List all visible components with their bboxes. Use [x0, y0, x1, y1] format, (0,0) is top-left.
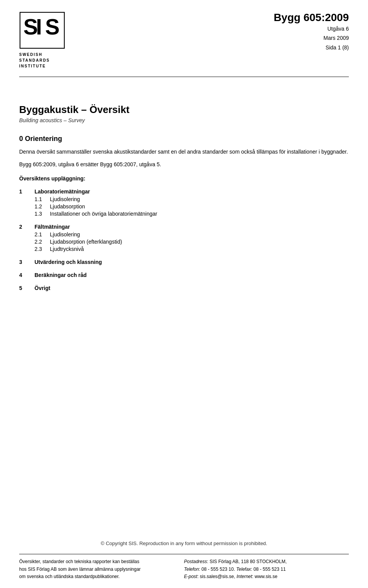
toc-section-4: 4 Beräkningar och råd [19, 272, 349, 278]
sis-logo: S I S [19, 11, 65, 49]
toc-num-5: 5 [19, 285, 34, 291]
logo-area: S I S SWEDISH STANDARDS INSTITUTE [19, 11, 69, 69]
toc-sub-label-1-3: Installationer och övriga laboratoriemät… [50, 211, 157, 217]
toc-sub-num-2-1: 2.1 [34, 231, 50, 237]
toc-row-1: 1 Laboratoriemätningar [19, 188, 349, 195]
toc-sub-num-1-2: 1.2 [34, 203, 50, 210]
toc-num-3: 3 [19, 259, 34, 265]
footer-left-line2: hos SIS Förlag AB som även lämnar allmän… [19, 566, 168, 573]
document-date: Mars 2009 [274, 34, 349, 42]
toc-sub-row-2-3: 2.3 Ljudtrycksnivå [34, 246, 349, 252]
toc-num-4: 4 [19, 272, 34, 278]
toc-label-4: Beräkningar och råd [34, 272, 87, 278]
footer-postadress: Postadress: SIS Förlag AB, 118 80 STOCKH… [184, 558, 349, 565]
toc-sub-row-2-2: 2.2 Ljudabsorption (efterklangstid) [34, 239, 349, 245]
section0-heading: 0 Orientering [19, 135, 349, 143]
toc-row-2: 2 Fältmätningar [19, 224, 349, 230]
internet-value: www.sis.se [255, 574, 277, 579]
toc-row-5: 5 Övrigt [19, 285, 349, 291]
document-edition: Utgåva 6 [274, 25, 349, 33]
toc-label-2: Fältmätningar [34, 224, 70, 230]
overview-label: Översiktens uppläggning: [19, 175, 349, 182]
svg-text:S: S [45, 15, 60, 39]
toc-section-2: 2 Fältmätningar 2.1 Ljudisolering 2.2 Lj… [19, 224, 349, 252]
edition-paragraph: Bygg 605:2009, utgåva 6 ersätter Bygg 60… [19, 160, 349, 169]
toc-num-2: 2 [19, 224, 34, 230]
toc-sub-label-2-3: Ljudtrycksnivå [50, 246, 84, 252]
page: S I S SWEDISH STANDARDS INSTITUTE Bygg 6… [0, 0, 368, 588]
toc-sub-num-1-3: 1.3 [34, 211, 50, 217]
logo-line3: INSTITUTE [19, 63, 69, 69]
epost-label: E-post [184, 574, 197, 579]
footer-bottom: Översikter, standarder och tekniska rapp… [0, 554, 368, 588]
toc-sub-row-2-1: 2.1 Ljudisolering [34, 231, 349, 237]
postadress-value: SIS Förlag AB, 118 80 STOCKHOLM, [210, 559, 287, 564]
epost-value: sis.sales@sis.se, [200, 574, 235, 579]
toc-section-1: 1 Laboratoriemätningar 1.1 Ljudisolering… [19, 188, 349, 217]
header: S I S SWEDISH STANDARDS INSTITUTE Bygg 6… [0, 0, 368, 77]
toc-num-1: 1 [19, 188, 34, 195]
footer-epost: E-post: sis.sales@sis.se, Internet: www.… [184, 573, 349, 580]
telefax-label: Telefax [236, 567, 251, 572]
footer-left: Översikter, standarder och tekniska rapp… [19, 558, 168, 580]
header-right: Bygg 605:2009 Utgåva 6 Mars 2009 Sida 1 … [274, 11, 349, 52]
footer-copyright: © Copyright SIS. Reproduction in any for… [0, 533, 368, 550]
internet-label: Internet [237, 574, 252, 579]
toc-sub-num-1-1: 1.1 [34, 196, 50, 202]
svg-text:I: I [36, 15, 42, 39]
toc-row-3: 3 Utvärdering och klassning [19, 259, 349, 265]
document-subtitle: Building acoustics – Survey [19, 117, 349, 123]
logo-line2: STANDARDS [19, 57, 69, 63]
document-page: Sida 1 (8) [274, 43, 349, 52]
toc-sub-label-1-1: Ljudisolering [50, 196, 80, 202]
footer-left-line3: om svenska och utländska standardpublika… [19, 573, 168, 580]
toc-section-3: 3 Utvärdering och klassning [19, 259, 349, 265]
toc-sub-label-1-2: Ljudabsorption [50, 203, 85, 210]
toc-row-4: 4 Beräkningar och råd [19, 272, 349, 278]
postadress-label: Postadress [184, 559, 207, 564]
toc-section-5: 5 Övrigt [19, 285, 349, 291]
main-content: Byggakustik – Översikt Building acoustic… [0, 77, 368, 533]
toc-sub-label-2-1: Ljudisolering [50, 231, 80, 237]
toc-label-5: Övrigt [34, 285, 50, 291]
telefon-label: Telefon [184, 567, 199, 572]
telefax-value: 08 - 555 523 11 [253, 567, 286, 572]
document-id: Bygg 605:2009 [274, 11, 349, 24]
toc-label-1: Laboratoriemätningar [34, 188, 90, 195]
telefon-value: 08 - 555 523 10. [202, 567, 235, 572]
toc-sub-num-2-3: 2.3 [34, 246, 50, 252]
toc-sub-num-2-2: 2.2 [34, 239, 50, 245]
footer-right: Postadress: SIS Förlag AB, 118 80 STOCKH… [184, 558, 349, 580]
document-main-title: Byggakustik – Översikt [19, 104, 349, 116]
toc-label-3: Utvärdering och klassning [34, 259, 102, 265]
toc-sub-label-2-2: Ljudabsorption (efterklangstid) [50, 239, 122, 245]
toc-sub-row-1-1: 1.1 Ljudisolering [34, 196, 349, 202]
toc-sub-row-1-3: 1.3 Installationer och övriga laboratori… [34, 211, 349, 217]
logo-text: SWEDISH STANDARDS INSTITUTE [19, 52, 69, 69]
toc-sub-row-1-2: 1.2 Ljudabsorption [34, 203, 349, 210]
footer-telefon: Telefon: 08 - 555 523 10. Telefax: 08 - … [184, 566, 349, 573]
intro-paragraph: Denna översikt sammanställer svenska aku… [19, 147, 349, 156]
logo-line1: SWEDISH [19, 52, 69, 57]
footer-left-line1: Översikter, standarder och tekniska rapp… [19, 558, 168, 565]
